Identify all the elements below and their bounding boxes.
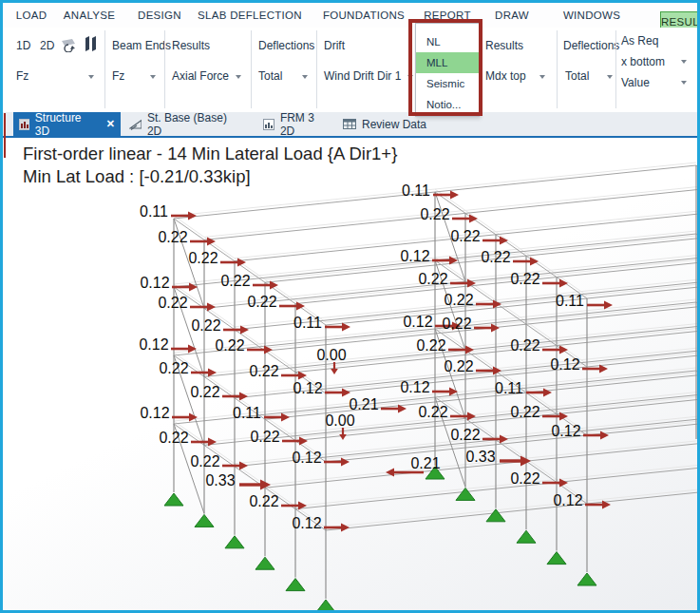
menu-item-analyse[interactable]: ANALYSE bbox=[64, 10, 115, 21]
chevron-down-icon[interactable] bbox=[681, 60, 687, 64]
walls-icon[interactable] bbox=[84, 35, 99, 52]
chevron-down-icon[interactable] bbox=[607, 75, 613, 79]
support-triangle bbox=[577, 573, 596, 585]
menu-item-foundations[interactable]: FOUNDATIONS bbox=[323, 10, 405, 21]
group-separator bbox=[104, 30, 105, 108]
chevron-down-icon[interactable] bbox=[407, 75, 413, 79]
beam-ends-fz-select[interactable]: Fz bbox=[112, 69, 124, 83]
load-label: 0.11 bbox=[556, 293, 613, 310]
1d-deflections-select[interactable]: Total bbox=[258, 69, 282, 83]
dropdown-item-notional[interactable]: Notio... bbox=[416, 94, 479, 115]
svg-text:0.22: 0.22 bbox=[510, 271, 539, 287]
2d-deflections-label: Deflections bbox=[563, 39, 619, 52]
chevron-down-icon[interactable] bbox=[539, 75, 545, 79]
as-req-label: As Req bbox=[621, 34, 658, 48]
view-title: First-order linear - 14 Min Lateral Load… bbox=[23, 143, 397, 188]
load-label: 0.22 bbox=[450, 427, 508, 444]
load-label: 0.22 bbox=[159, 430, 217, 447]
drift-select[interactable]: Wind Drift Dir 1 bbox=[324, 69, 401, 83]
chevron-down-icon[interactable] bbox=[302, 75, 308, 79]
svg-text:0.22: 0.22 bbox=[420, 206, 449, 222]
svg-text:0.12: 0.12 bbox=[551, 423, 580, 439]
svg-text:0.12: 0.12 bbox=[553, 492, 582, 508]
menu-bar: LOAD ANALYSE DESIGN SLAB DEFLECTION FOUN… bbox=[3, 3, 697, 28]
svg-text:0.22: 0.22 bbox=[249, 363, 278, 379]
tab-structure-3d[interactable]: Structure 3D ✕ bbox=[13, 112, 121, 136]
group-separator bbox=[557, 30, 558, 108]
svg-text:0.22: 0.22 bbox=[249, 493, 278, 509]
close-icon[interactable]: ✕ bbox=[106, 118, 115, 130]
reactions-1d-button[interactable]: 1D bbox=[16, 39, 30, 52]
load-label: 0.11 bbox=[140, 203, 197, 220]
group-separator bbox=[164, 30, 165, 108]
svg-text:0.12: 0.12 bbox=[403, 314, 432, 330]
tab-label: Review Data bbox=[362, 118, 426, 131]
svg-text:0.22: 0.22 bbox=[250, 429, 279, 445]
menu-item-windows[interactable]: WINDOWS bbox=[563, 10, 620, 21]
svg-text:0.12: 0.12 bbox=[550, 356, 579, 373]
svg-text:0.22: 0.22 bbox=[215, 337, 244, 354]
load-label: 0.00 bbox=[316, 347, 346, 375]
svg-text:0.12: 0.12 bbox=[139, 336, 168, 353]
svg-text:0.22: 0.22 bbox=[416, 337, 445, 354]
menu-item-load[interactable]: LOAD bbox=[16, 10, 47, 21]
load-label: 0.22 bbox=[215, 337, 273, 354]
slab-refresh-icon[interactable] bbox=[61, 36, 77, 52]
tab-frm-3-2d[interactable]: FRM 3 2D bbox=[257, 112, 337, 136]
2d-deflections-select[interactable]: Total bbox=[565, 69, 589, 83]
x-bottom-select[interactable]: x bottom bbox=[621, 55, 665, 68]
svg-text:0.22: 0.22 bbox=[158, 229, 187, 245]
tab-label: St. Base (Base) 2D bbox=[147, 111, 231, 138]
chevron-down-icon[interactable] bbox=[681, 81, 687, 85]
svg-text:0.00: 0.00 bbox=[325, 412, 354, 429]
load-label: 0.22 bbox=[444, 292, 501, 309]
svg-text:0.12: 0.12 bbox=[140, 405, 169, 421]
1d-results-label: Results bbox=[172, 39, 210, 52]
svg-text:0.12: 0.12 bbox=[292, 450, 321, 466]
bar-chart-icon bbox=[19, 119, 29, 130]
svg-text:0.21: 0.21 bbox=[410, 455, 440, 471]
svg-text:0.11: 0.11 bbox=[495, 380, 523, 396]
chevron-down-icon[interactable] bbox=[88, 75, 94, 79]
reactions-2d-button[interactable]: 2D bbox=[40, 39, 54, 52]
beam-ends-label: Beam Ends bbox=[112, 39, 171, 52]
drift-label: Drift bbox=[324, 39, 345, 52]
svg-text:0.22: 0.22 bbox=[510, 470, 539, 487]
svg-text:0.22: 0.22 bbox=[188, 250, 218, 266]
svg-text:0.22: 0.22 bbox=[510, 404, 539, 420]
svg-text:0.12: 0.12 bbox=[400, 379, 429, 395]
set-square-icon bbox=[129, 119, 142, 130]
group-separator bbox=[251, 30, 252, 108]
load-label: 0.22 bbox=[158, 295, 216, 312]
menu-item-slab-deflection[interactable]: SLAB DEFLECTION bbox=[198, 10, 302, 21]
menu-item-report[interactable]: REPORT bbox=[424, 10, 471, 21]
load-label: 0.12 bbox=[293, 380, 350, 397]
dropdown-item-mll[interactable]: MLL bbox=[416, 52, 479, 73]
dropdown-item-seismic[interactable]: Seismic bbox=[416, 73, 479, 94]
svg-text:0.12: 0.12 bbox=[293, 380, 322, 396]
load-label: 0.12 bbox=[140, 405, 198, 422]
value-select[interactable]: Value bbox=[621, 76, 650, 89]
menu-item-design[interactable]: DESIGN bbox=[138, 10, 181, 21]
group-separator bbox=[615, 30, 616, 108]
reactions-fz-select[interactable]: Fz bbox=[16, 69, 28, 83]
tab-label: Structure 3D bbox=[35, 111, 93, 138]
support-triangle bbox=[316, 600, 335, 612]
2d-results-select[interactable]: Mdx top bbox=[485, 69, 526, 83]
1d-results-select[interactable]: Axial Force bbox=[172, 69, 229, 83]
load-label: 0.22 bbox=[159, 360, 217, 377]
svg-text:0.22: 0.22 bbox=[418, 404, 447, 420]
support-triangle bbox=[195, 514, 214, 527]
svg-text:0.22: 0.22 bbox=[444, 292, 473, 308]
dropdown-item-nl[interactable]: NL bbox=[416, 31, 479, 52]
support-triangle bbox=[547, 552, 566, 565]
chevron-down-icon[interactable] bbox=[236, 75, 241, 79]
menu-item-draw[interactable]: DRAW bbox=[495, 10, 529, 21]
svg-text:0.22: 0.22 bbox=[450, 228, 480, 244]
title-line-1: First-order linear - 14 Min Lateral Load… bbox=[23, 143, 397, 165]
chevron-down-icon[interactable] bbox=[150, 75, 156, 79]
2d-results-label: Results bbox=[485, 39, 523, 52]
load-label: 0.33 bbox=[205, 472, 271, 490]
annotation-stray-mark bbox=[4, 113, 6, 158]
tab-st-base-2d[interactable]: St. Base (Base) 2D bbox=[123, 112, 236, 136]
